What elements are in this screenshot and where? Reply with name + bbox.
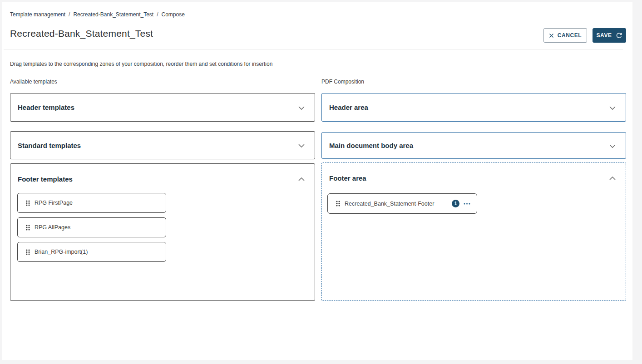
breadcrumb-separator: / <box>157 11 158 18</box>
drag-handle-icon[interactable] <box>26 200 30 206</box>
zone-item-recreated-bank-statement-footer[interactable]: Recreated_Bank_Statement-Footer 1 <box>327 193 477 214</box>
item-menu-button[interactable] <box>464 203 470 205</box>
page-title: Recreated-Bank_Statement_Test <box>10 28 153 39</box>
accordion-standard-templates: Standard templates <box>10 131 315 159</box>
chevron-up-icon <box>609 174 616 182</box>
zone-item-label: Recreated_Bank_Statement-Footer <box>345 201 434 207</box>
chevron-down-icon <box>298 141 305 149</box>
cancel-button[interactable]: CANCEL <box>543 28 587 43</box>
template-item-label: Brian_RPG-import(1) <box>35 249 88 255</box>
breadcrumb-separator: / <box>69 11 70 18</box>
drag-handle-icon[interactable] <box>26 225 30 231</box>
ellipsis-icon <box>464 203 470 205</box>
close-icon <box>549 33 554 38</box>
template-item-label: RPG FirstPage <box>35 200 73 206</box>
template-item-rpg-firstpage[interactable]: RPG FirstPage <box>17 193 166 213</box>
zone-title: Main document body area <box>329 142 413 149</box>
drag-handle-icon[interactable] <box>26 249 30 255</box>
accordion-footer-templates-toggle[interactable]: Footer templates <box>10 164 315 187</box>
breadcrumb: Template management / Recreated-Bank_Sta… <box>10 11 185 18</box>
accordion-title: Footer templates <box>18 175 73 183</box>
zone-header-area: Header area <box>321 93 626 122</box>
zone-title: Header area <box>329 103 368 111</box>
available-templates-label: Available templates <box>10 79 57 85</box>
chevron-up-icon <box>298 175 305 183</box>
condition-count-badge: 1 <box>452 200 459 207</box>
save-button-label: SAVE <box>596 32 612 39</box>
save-button[interactable]: SAVE <box>593 28 626 43</box>
chevron-down-icon <box>609 142 616 150</box>
instruction-text: Drag templates to the corresponding zone… <box>10 61 272 67</box>
save-history-icon <box>616 32 622 39</box>
chevron-down-icon <box>298 103 305 112</box>
accordion-footer-templates: Footer templates RPG FirstPage RPG AllPa… <box>10 163 315 301</box>
accordion-title: Standard templates <box>18 142 81 149</box>
template-item-rpg-allpages[interactable]: RPG AllPages <box>17 217 166 237</box>
header-divider <box>4 49 623 49</box>
zone-title: Footer area <box>329 174 366 182</box>
breadcrumb-template-management[interactable]: Template management <box>10 11 65 18</box>
drag-handle-icon[interactable] <box>336 201 340 207</box>
cancel-button-label: CANCEL <box>558 32 582 39</box>
template-item-label: RPG AllPages <box>35 224 70 231</box>
accordion-header-templates: Header templates <box>10 93 315 122</box>
zone-header-area-toggle[interactable]: Header area <box>322 93 626 121</box>
zone-footer-area: Footer area Recreated_Bank_Statement-Foo… <box>321 162 626 301</box>
content-card: Template management / Recreated-Bank_Sta… <box>2 2 632 360</box>
breadcrumb-compose: Compose <box>162 11 185 18</box>
pdf-composition-label: PDF Composition <box>321 79 364 85</box>
accordion-title: Header templates <box>18 103 74 111</box>
template-item-brian-rpg-import[interactable]: Brian_RPG-import(1) <box>17 242 166 262</box>
zone-main-document-body-area-toggle[interactable]: Main document body area <box>322 133 626 158</box>
zone-footer-area-toggle[interactable]: Footer area <box>322 163 626 187</box>
accordion-header-templates-toggle[interactable]: Header templates <box>10 93 315 121</box>
accordion-standard-templates-toggle[interactable]: Standard templates <box>10 132 315 159</box>
zone-main-document-body-area: Main document body area <box>321 132 626 159</box>
chevron-down-icon <box>609 103 616 112</box>
breadcrumb-template-name[interactable]: Recreated-Bank_Statement_Test <box>73 11 153 18</box>
